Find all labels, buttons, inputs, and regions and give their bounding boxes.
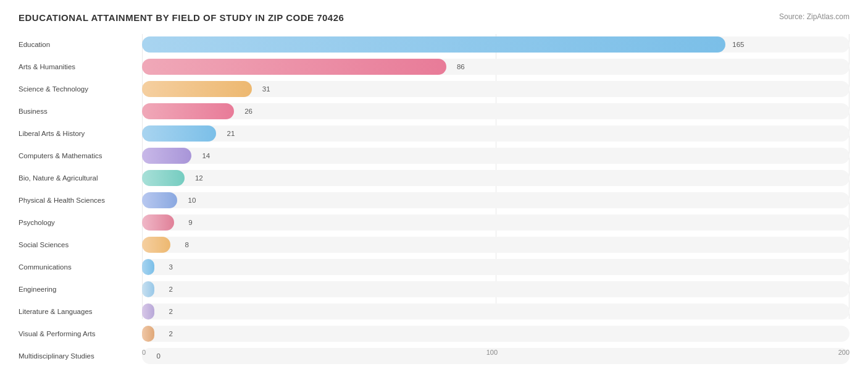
bar-row: Psychology9 (19, 212, 849, 233)
bar-track: 2 (142, 326, 849, 342)
x-tick: 100 (486, 349, 498, 356)
bar-track: 21 (142, 125, 849, 142)
bar-row: Education165 (19, 34, 849, 55)
bar-track: 26 (142, 103, 849, 119)
bar-fill: 8 (142, 237, 170, 253)
bar-row: Communications3 (19, 256, 849, 278)
bar-label: Psychology (19, 219, 142, 226)
bar-track: 14 (142, 148, 849, 164)
bar-fill: 9 (142, 214, 174, 231)
bar-track: 165 (142, 36, 849, 53)
bar-label: Engineering (19, 286, 142, 293)
bar-label: Computers & Mathematics (19, 152, 142, 159)
bar-label: Liberal Arts & History (19, 130, 142, 137)
bar-track: 86 (142, 59, 849, 75)
bar-track: 31 (142, 81, 849, 97)
bar-label: Business (19, 108, 142, 115)
chart-container: EDUCATIONAL ATTAINMENT BY FIELD OF STUDY… (0, 0, 868, 390)
bar-value: 12 (195, 174, 203, 182)
chart-source: Source: ZipAtlas.com (779, 12, 849, 21)
bar-fill: 2 (142, 303, 154, 320)
bar-value: 2 (169, 286, 173, 293)
bar-value: 31 (262, 85, 270, 93)
bar-value: 14 (202, 152, 210, 159)
bar-row: Bio, Nature & Agricultural12 (19, 167, 849, 189)
bar-row: Literature & Languages2 (19, 301, 849, 322)
bar-value: 8 (185, 241, 188, 248)
bar-label: Arts & Humanities (19, 63, 142, 70)
bar-label: Education (19, 41, 142, 48)
bar-row: Arts & Humanities86 (19, 56, 849, 77)
chart-header: EDUCATIONAL ATTAINMENT BY FIELD OF STUDY… (19, 12, 849, 23)
bar-track: 9 (142, 214, 849, 231)
bar-row: Liberal Arts & History21 (19, 123, 849, 144)
bar-label: Literature & Languages (19, 308, 142, 315)
bar-fill: 165 (142, 36, 725, 53)
bar-fill: 21 (142, 125, 216, 142)
bar-fill: 3 (142, 259, 154, 275)
bar-value: 21 (227, 130, 235, 137)
bars-area: Education165Arts & Humanities86Science &… (19, 34, 849, 337)
bar-label: Science & Technology (19, 85, 142, 93)
bar-track: 2 (142, 303, 849, 320)
bar-row: Science & Technology31 (19, 78, 849, 100)
bar-row: Social Sciences8 (19, 234, 849, 255)
bar-track: 2 (142, 281, 849, 297)
x-tick: 0 (142, 349, 146, 356)
bar-value: 2 (169, 330, 173, 337)
bar-fill: 12 (142, 170, 185, 186)
bar-fill: 2 (142, 281, 154, 297)
bar-label: Communications (19, 263, 142, 271)
bar-value: 26 (244, 108, 252, 115)
chart-title: EDUCATIONAL ATTAINMENT BY FIELD OF STUDY… (19, 12, 344, 23)
bar-fill: 14 (142, 148, 191, 164)
x-axis: 0100200 (142, 349, 849, 356)
bar-row: Engineering2 (19, 279, 849, 300)
bar-label: Social Sciences (19, 241, 142, 248)
bar-label: Visual & Performing Arts (19, 330, 142, 337)
bar-value: 9 (188, 219, 192, 226)
bar-row: Visual & Performing Arts2 (19, 323, 849, 344)
bar-fill: 2 (142, 326, 154, 342)
bar-row: Physical & Health Sciences10 (19, 190, 849, 211)
bar-track: 10 (142, 192, 849, 208)
bar-value: 86 (457, 63, 465, 70)
bar-label: Physical & Health Sciences (19, 197, 142, 204)
bar-row: Computers & Mathematics14 (19, 145, 849, 166)
bar-label: Bio, Nature & Agricultural (19, 174, 142, 182)
bar-track: 8 (142, 237, 849, 253)
bar-fill: 10 (142, 192, 177, 208)
bar-value: 10 (188, 197, 196, 204)
bar-fill: 31 (142, 81, 252, 97)
x-tick: 200 (838, 349, 849, 356)
bar-fill: 86 (142, 59, 446, 75)
bar-track: 3 (142, 259, 849, 275)
bar-label: Multidisciplinary Studies (19, 352, 142, 360)
bar-track: 12 (142, 170, 849, 186)
bar-value: 3 (169, 263, 173, 271)
bar-value: 165 (732, 41, 744, 48)
bar-fill: 26 (142, 103, 234, 119)
bar-value: 2 (169, 308, 173, 315)
bar-row: Business26 (19, 101, 849, 122)
